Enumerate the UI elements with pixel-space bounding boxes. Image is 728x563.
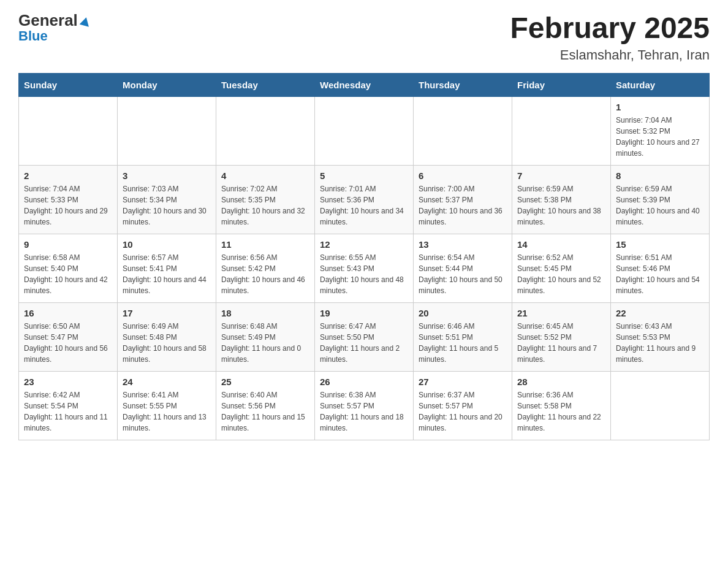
day-info: Sunrise: 6:51 AMSunset: 5:46 PMDaylight:…: [616, 252, 704, 296]
day-info: Sunrise: 6:38 AMSunset: 5:57 PMDaylight:…: [320, 389, 408, 434]
day-number: 6: [419, 170, 507, 181]
day-info: Sunrise: 6:46 AMSunset: 5:51 PMDaylight:…: [419, 321, 507, 365]
logo-general-text: General: [18, 12, 91, 29]
day-number: 26: [320, 377, 408, 387]
header-monday: Monday: [118, 73, 216, 96]
calendar-cell: 13Sunrise: 6:54 AMSunset: 5:44 PMDayligh…: [414, 234, 512, 302]
calendar-subtitle: Eslamshahr, Tehran, Iran: [510, 47, 710, 63]
day-info: Sunrise: 6:52 AMSunset: 5:45 PMDaylight:…: [517, 252, 605, 296]
calendar-cell: 9Sunrise: 6:58 AMSunset: 5:40 PMDaylight…: [19, 234, 118, 302]
day-info: Sunrise: 6:54 AMSunset: 5:44 PMDaylight:…: [419, 252, 507, 296]
day-info: Sunrise: 6:45 AMSunset: 5:52 PMDaylight:…: [517, 321, 605, 365]
calendar-cell: 17Sunrise: 6:49 AMSunset: 5:48 PMDayligh…: [118, 302, 216, 371]
day-info: Sunrise: 6:50 AMSunset: 5:47 PMDaylight:…: [24, 321, 112, 365]
header-thursday: Thursday: [414, 73, 512, 96]
day-number: 4: [221, 170, 309, 181]
day-number: 20: [419, 308, 507, 318]
calendar-title: February 2025: [510, 12, 710, 45]
calendar-cell: 2Sunrise: 7:04 AMSunset: 5:33 PMDaylight…: [19, 165, 118, 234]
calendar-cell: 6Sunrise: 7:00 AMSunset: 5:37 PMDaylight…: [414, 165, 512, 234]
day-number: 14: [517, 239, 605, 250]
day-info: Sunrise: 6:40 AMSunset: 5:56 PMDaylight:…: [221, 389, 309, 434]
day-info: Sunrise: 6:47 AMSunset: 5:50 PMDaylight:…: [320, 321, 408, 365]
calendar-cell: 8Sunrise: 6:59 AMSunset: 5:39 PMDaylight…: [611, 165, 710, 234]
calendar-cell: 10Sunrise: 6:57 AMSunset: 5:41 PMDayligh…: [118, 234, 216, 302]
calendar-cell: 18Sunrise: 6:48 AMSunset: 5:49 PMDayligh…: [216, 302, 315, 371]
page-header: General Blue February 2025 Eslamshahr, T…: [18, 12, 710, 63]
day-info: Sunrise: 6:56 AMSunset: 5:42 PMDaylight:…: [221, 252, 309, 296]
calendar-cell: [611, 371, 710, 440]
calendar-cell: 24Sunrise: 6:41 AMSunset: 5:55 PMDayligh…: [118, 371, 216, 440]
day-number: 17: [123, 308, 211, 318]
calendar-week-row: 16Sunrise: 6:50 AMSunset: 5:47 PMDayligh…: [19, 302, 710, 371]
day-info: Sunrise: 7:00 AMSunset: 5:37 PMDaylight:…: [419, 183, 507, 228]
calendar-cell: [315, 96, 414, 165]
logo-blue-text: Blue: [18, 28, 48, 44]
calendar-cell: [414, 96, 512, 165]
day-number: 13: [419, 239, 507, 250]
day-number: 9: [24, 239, 112, 250]
day-info: Sunrise: 7:01 AMSunset: 5:36 PMDaylight:…: [320, 183, 408, 228]
day-number: 2: [24, 170, 112, 181]
day-number: 10: [123, 239, 211, 250]
calendar-table: Sunday Monday Tuesday Wednesday Thursday…: [18, 73, 710, 440]
calendar-cell: [512, 96, 611, 165]
day-info: Sunrise: 6:48 AMSunset: 5:49 PMDaylight:…: [221, 321, 309, 365]
day-info: Sunrise: 6:36 AMSunset: 5:58 PMDaylight:…: [517, 389, 605, 434]
day-number: 3: [123, 170, 211, 181]
day-number: 18: [221, 308, 309, 318]
day-number: 15: [616, 239, 704, 250]
day-info: Sunrise: 7:03 AMSunset: 5:34 PMDaylight:…: [123, 183, 211, 228]
day-info: Sunrise: 6:58 AMSunset: 5:40 PMDaylight:…: [24, 252, 112, 296]
calendar-cell: 20Sunrise: 6:46 AMSunset: 5:51 PMDayligh…: [414, 302, 512, 371]
day-info: Sunrise: 6:42 AMSunset: 5:54 PMDaylight:…: [24, 389, 112, 434]
calendar-cell: 11Sunrise: 6:56 AMSunset: 5:42 PMDayligh…: [216, 234, 315, 302]
day-number: 11: [221, 239, 309, 250]
day-number: 28: [517, 377, 605, 387]
calendar-cell: 1Sunrise: 7:04 AMSunset: 5:32 PMDaylight…: [611, 96, 710, 165]
day-info: Sunrise: 6:37 AMSunset: 5:57 PMDaylight:…: [419, 389, 507, 434]
title-block: February 2025 Eslamshahr, Tehran, Iran: [510, 12, 710, 63]
header-wednesday: Wednesday: [315, 73, 414, 96]
day-info: Sunrise: 6:41 AMSunset: 5:55 PMDaylight:…: [123, 389, 211, 434]
calendar-cell: 16Sunrise: 6:50 AMSunset: 5:47 PMDayligh…: [19, 302, 118, 371]
calendar-cell: 25Sunrise: 6:40 AMSunset: 5:56 PMDayligh…: [216, 371, 315, 440]
day-number: 1: [616, 102, 704, 112]
day-number: 25: [221, 377, 309, 387]
day-info: Sunrise: 7:04 AMSunset: 5:32 PMDaylight:…: [616, 115, 704, 159]
calendar-cell: 21Sunrise: 6:45 AMSunset: 5:52 PMDayligh…: [512, 302, 611, 371]
calendar-cell: 19Sunrise: 6:47 AMSunset: 5:50 PMDayligh…: [315, 302, 414, 371]
calendar-cell: 15Sunrise: 6:51 AMSunset: 5:46 PMDayligh…: [611, 234, 710, 302]
calendar-week-row: 23Sunrise: 6:42 AMSunset: 5:54 PMDayligh…: [19, 371, 710, 440]
day-info: Sunrise: 6:59 AMSunset: 5:38 PMDaylight:…: [517, 183, 605, 228]
day-info: Sunrise: 6:49 AMSunset: 5:48 PMDaylight:…: [123, 321, 211, 365]
day-number: 21: [517, 308, 605, 318]
day-info: Sunrise: 7:04 AMSunset: 5:33 PMDaylight:…: [24, 183, 112, 228]
day-number: 19: [320, 308, 408, 318]
calendar-cell: 22Sunrise: 6:43 AMSunset: 5:53 PMDayligh…: [611, 302, 710, 371]
day-info: Sunrise: 7:02 AMSunset: 5:35 PMDaylight:…: [221, 183, 309, 228]
calendar-cell: [216, 96, 315, 165]
calendar-week-row: 9Sunrise: 6:58 AMSunset: 5:40 PMDaylight…: [19, 234, 710, 302]
day-number: 24: [123, 377, 211, 387]
day-info: Sunrise: 6:57 AMSunset: 5:41 PMDaylight:…: [123, 252, 211, 296]
day-number: 5: [320, 170, 408, 181]
logo-triangle-icon: [80, 13, 91, 29]
calendar-cell: 28Sunrise: 6:36 AMSunset: 5:58 PMDayligh…: [512, 371, 611, 440]
day-number: 7: [517, 170, 605, 181]
day-info: Sunrise: 6:55 AMSunset: 5:43 PMDaylight:…: [320, 252, 408, 296]
calendar-cell: 12Sunrise: 6:55 AMSunset: 5:43 PMDayligh…: [315, 234, 414, 302]
svg-marker-0: [80, 16, 91, 27]
calendar-week-row: 2Sunrise: 7:04 AMSunset: 5:33 PMDaylight…: [19, 165, 710, 234]
weekday-header-row: Sunday Monday Tuesday Wednesday Thursday…: [19, 73, 710, 96]
day-number: 16: [24, 308, 112, 318]
calendar-cell: 3Sunrise: 7:03 AMSunset: 5:34 PMDaylight…: [118, 165, 216, 234]
day-number: 12: [320, 239, 408, 250]
header-friday: Friday: [512, 73, 611, 96]
calendar-cell: 26Sunrise: 6:38 AMSunset: 5:57 PMDayligh…: [315, 371, 414, 440]
day-number: 8: [616, 170, 704, 181]
day-number: 23: [24, 377, 112, 387]
header-tuesday: Tuesday: [216, 73, 315, 96]
header-saturday: Saturday: [611, 73, 710, 96]
calendar-cell: 23Sunrise: 6:42 AMSunset: 5:54 PMDayligh…: [19, 371, 118, 440]
